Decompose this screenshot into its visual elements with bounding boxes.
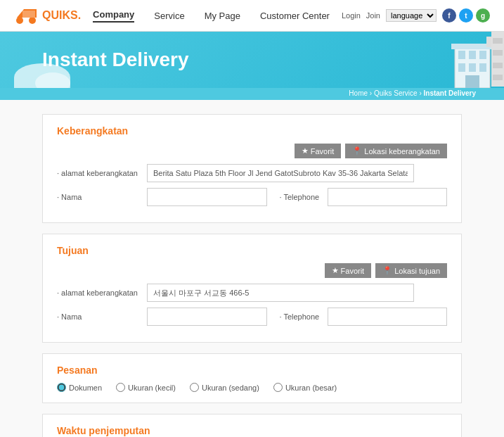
svg-rect-9 [469,63,476,72]
svg-point-0 [16,17,23,24]
building-icon [448,33,497,88]
telephone-input-k[interactable] [328,188,448,206]
login-button[interactable]: Login [342,11,361,20]
cloud2-decoration [35,72,70,88]
nav-service[interactable]: Service [154,11,184,21]
location-icon: 📍 [352,146,362,156]
nav-customer-center[interactable]: Customer Center [260,11,330,21]
keberangkatan-btn-row: ★ Favorit 📍 Lokasi keberangkatan [57,144,447,158]
svg-point-1 [29,17,36,24]
keberangkatan-fav-button[interactable]: ★ Favorit [295,144,342,158]
pesanan-sedang[interactable]: Ukuran (sedang) [190,383,259,392]
svg-rect-10 [479,63,486,72]
keberangkatan-section: Keberangkatan ★ Favorit 📍 Lokasi keberan… [42,114,462,223]
svg-rect-3 [22,11,35,18]
main-content: Keberangkatan ★ Favorit 📍 Lokasi keberan… [0,100,504,437]
svg-rect-7 [479,51,486,59]
svg-rect-8 [458,63,465,72]
telephone-label-k: · Telephone [280,193,322,201]
svg-rect-6 [469,51,476,59]
logo-area: QUIKS. [14,5,81,26]
twitter-icon[interactable]: t [459,8,473,23]
alamat-input[interactable] [147,164,414,182]
social3-icon[interactable]: g [476,8,490,23]
nama-input-k[interactable] [147,188,267,206]
nama-label-t: · Nama [57,312,141,321]
nav-menu: Company Service My Page Customer Center [93,9,330,23]
language-select[interactable]: language [386,9,437,22]
telephone-input-t[interactable] [328,308,448,326]
pesanan-section: Pesanan Dokumen Ukuran (kecil) Ukuran (s… [42,353,462,403]
pesanan-kecil[interactable]: Ukuran (kecil) [116,383,176,392]
nav-company[interactable]: Company [93,9,134,23]
keberangkatan-loc-button[interactable]: 📍 Lokasi keberangkatan [345,144,447,158]
tujuan-loc-button[interactable]: 📍 Lokasi tujuan [375,263,447,278]
tujuan-nama-row: · Nama · Telephone [57,308,447,326]
tujuan-alamat-row: · alamat keberangkatan [57,284,447,302]
star-icon2: ★ [332,266,339,275]
logo-text: QUIKS. [42,9,81,22]
tujuan-alamat-input[interactable] [147,284,414,302]
breadcrumb-current: Instant Delivery [424,89,476,97]
right-panel [491,32,504,87]
tujuan-section: Tujuan ★ Favorit 📍 Lokasi tujuan · alama… [42,234,462,343]
hero-title: Instant Delivery [42,49,189,71]
telephone-label-t: · Telephone [280,312,322,321]
hero-banner: Instant Delivery [0,32,504,88]
pesanan-title: Pesanan [57,365,447,376]
waktu-title: Waktu penjemputan [57,425,447,436]
logo-icon [14,5,39,26]
nav-mypage[interactable]: My Page [205,11,240,21]
breadcrumb-home[interactable]: Home [349,89,368,97]
nama-label-k: · Nama [57,193,141,201]
waktu-section: Waktu penjemputan Antar sekarang Booking… [42,414,462,437]
alamat-label-t: · alamat keberangkatan [57,289,141,297]
svg-rect-11 [465,75,479,88]
keberangkatan-alamat-row: · alamat keberangkatan [57,164,447,182]
header: QUIKS. Company Service My Page Customer … [0,0,504,32]
header-right: Login Join language f t g [342,8,490,23]
pesanan-radio-group: Dokumen Ukuran (kecil) Ukuran (sedang) U… [57,383,447,392]
pesanan-besar[interactable]: Ukuran (besar) [273,383,337,392]
social-icons: f t g [442,8,490,23]
breadcrumb: Home › Quiks Service › Instant Delivery [0,88,504,100]
tujuan-fav-button[interactable]: ★ Favorit [325,263,372,278]
star-icon: ★ [302,146,309,156]
keberangkatan-nama-row: · Nama · Telephone [57,188,447,206]
join-button[interactable]: Join [366,11,380,20]
alamat-label: · alamat keberangkatan [57,169,141,177]
pesanan-dokumen[interactable]: Dokumen [57,383,102,392]
nama-input-t[interactable] [147,308,267,326]
location-icon2: 📍 [382,266,392,275]
breadcrumb-service[interactable]: Quiks Service [374,89,418,97]
tujuan-btn-row: ★ Favorit 📍 Lokasi tujuan [57,263,447,278]
svg-rect-5 [458,51,465,59]
tujuan-title: Tujuan [57,245,447,256]
keberangkatan-title: Keberangkatan [57,125,447,137]
facebook-icon[interactable]: f [442,8,456,23]
